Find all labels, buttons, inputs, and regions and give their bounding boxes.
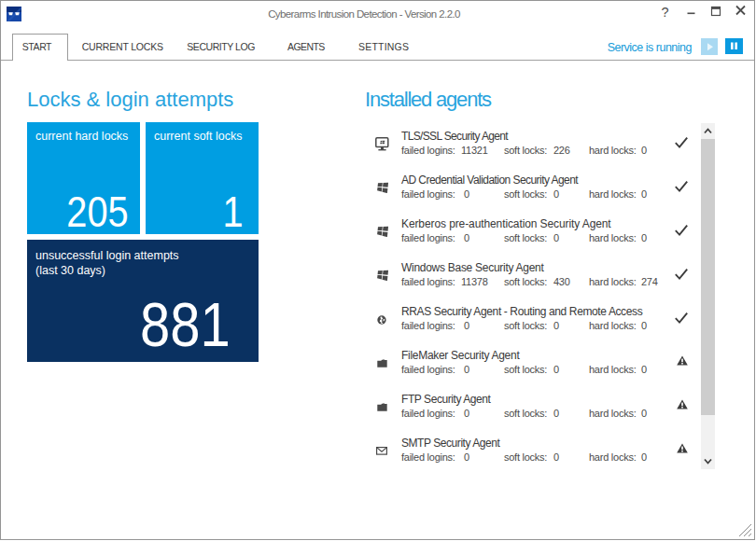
svg-text:?: ? bbox=[662, 5, 669, 20]
